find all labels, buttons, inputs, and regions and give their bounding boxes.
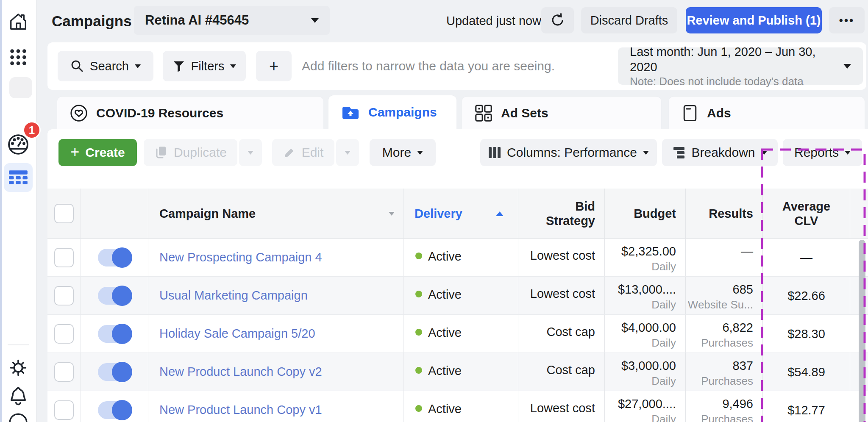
apps-grid-icon[interactable]: [0, 47, 36, 67]
refresh-button[interactable]: [541, 7, 574, 33]
account-selector[interactable]: Retina AI #45645: [134, 6, 330, 35]
chevron-down-icon: [761, 151, 767, 155]
chevron-down-icon: [643, 151, 649, 155]
sort-ascending-icon: [496, 211, 504, 216]
chevron-down-icon: [311, 18, 319, 23]
results-cell: 9,496 Purchases: [685, 391, 762, 422]
notifications-bell-icon[interactable]: [0, 385, 36, 407]
help-icon[interactable]: [0, 412, 36, 422]
campaign-name-link[interactable]: New Product Launch Copy v2: [159, 365, 403, 379]
tab-ads[interactable]: Ads: [669, 97, 865, 129]
campaigns-table-icon-active[interactable]: [4, 163, 33, 192]
budget-value: $13,000....: [605, 282, 685, 297]
reports-dropdown-button[interactable]: Reports: [783, 139, 862, 166]
more-label: More: [382, 145, 411, 160]
row-select-checkbox[interactable]: [54, 362, 74, 382]
date-range-selector[interactable]: Last month: Jun 1, 2020 – Jun 30, 2020 N…: [618, 47, 863, 85]
toggle-knob: [112, 247, 132, 268]
tab-campaigns[interactable]: Campaigns: [328, 95, 456, 129]
breakdown-dropdown-button[interactable]: Breakdown: [662, 139, 778, 166]
budget-value: $2,325.00: [605, 244, 685, 259]
adsets-grid-icon: [474, 103, 493, 123]
delivery-status-text: Active: [428, 363, 462, 378]
bid-strategy-value: Cost cap: [518, 324, 604, 339]
row-select-checkbox[interactable]: [54, 324, 74, 344]
campaign-name-link[interactable]: Usual Marketing Campaign: [159, 289, 403, 303]
review-and-publish-button[interactable]: Review and Publish (1): [686, 7, 822, 33]
column-header-campaign-name[interactable]: Campaign Name: [148, 189, 403, 239]
more-options-button[interactable]: •••: [829, 7, 865, 33]
tab-ad-sets[interactable]: Ad Sets: [462, 97, 661, 129]
budget-period: Daily: [605, 298, 685, 311]
bid-strategy-value: Lowest cost: [518, 286, 604, 301]
chevron-down-icon: [417, 151, 423, 155]
ad-page-icon: [681, 104, 699, 122]
average-clv-value: —: [800, 250, 812, 265]
duplicate-button[interactable]: Duplicate: [144, 139, 237, 166]
campaign-name-link[interactable]: New Prospecting Campaign 4: [159, 250, 403, 264]
average-clv-value: $28.30: [787, 326, 825, 341]
row-select-checkbox[interactable]: [54, 248, 74, 267]
delivery-status-text: Active: [428, 325, 462, 340]
active-status-dot: [415, 329, 422, 336]
budget-value: $3,000.00: [605, 358, 685, 373]
budget-value: $4,000.00: [605, 320, 685, 335]
account-name: Retina AI #45645: [145, 13, 249, 28]
bid-strategy-value: Cost cap: [518, 362, 604, 378]
column-label: Bid Strategy: [542, 199, 595, 228]
campaign-name-link[interactable]: Holiday Sale Campaign 5/20: [159, 327, 403, 341]
more-actions-button[interactable]: More: [370, 139, 436, 166]
add-filter-button[interactable]: +: [256, 51, 292, 81]
faded-menu-icon[interactable]: [9, 77, 32, 98]
campaign-active-toggle[interactable]: [98, 401, 131, 419]
results-cell: —: [685, 239, 762, 276]
column-header-delivery[interactable]: Delivery: [403, 189, 518, 239]
select-all-checkbox[interactable]: [47, 189, 81, 239]
columns-icon: [488, 146, 501, 159]
results-cell: 6,822 Purchases: [685, 315, 762, 353]
columns-dropdown-button[interactable]: Columns: Performance: [480, 139, 657, 166]
results-cell: 685 Website Su...: [685, 277, 762, 314]
delivery-status-text: Active: [428, 401, 462, 416]
vertical-scrollbar-thumb[interactable]: [859, 240, 865, 422]
bid-strategy-cell: Lowest cost: [518, 391, 604, 422]
filter-search-input[interactable]: [302, 51, 598, 81]
campaign-active-toggle[interactable]: [98, 363, 131, 381]
column-header-results[interactable]: Results: [685, 189, 762, 239]
row-select-checkbox[interactable]: [54, 400, 74, 420]
toggle-knob: [112, 362, 132, 382]
chevron-down-icon: [389, 212, 395, 216]
breakdown-label: Breakdown: [691, 145, 755, 160]
filters-dropdown-button[interactable]: Filters: [163, 51, 246, 81]
column-header-bid-strategy[interactable]: Bid Strategy: [518, 189, 604, 239]
home-icon[interactable]: [0, 12, 36, 31]
results-type: Purchases: [686, 412, 762, 422]
tab-covid-resources[interactable]: COVID-19 Resources: [57, 97, 323, 129]
average-clv-value: $54.89: [787, 364, 825, 380]
settings-gear-icon[interactable]: [0, 357, 36, 379]
duplicate-icon: [154, 145, 168, 160]
edit-dropdown-button[interactable]: [336, 139, 359, 166]
chevron-down-icon: [230, 64, 236, 68]
duplicate-dropdown-button[interactable]: [239, 139, 262, 166]
campaign-name-link[interactable]: New Product Launch Copy v1: [159, 403, 403, 417]
campaign-active-toggle[interactable]: [98, 249, 131, 267]
column-header-budget[interactable]: Budget: [604, 189, 685, 239]
results-value: 685: [686, 282, 762, 297]
results-type: Purchases: [686, 374, 762, 388]
discard-drafts-button[interactable]: Discard Drafts: [581, 7, 677, 33]
edit-button[interactable]: Edit: [272, 139, 334, 166]
campaign-active-toggle[interactable]: [98, 287, 131, 305]
campaign-active-toggle[interactable]: [98, 325, 131, 343]
column-header-average-clv[interactable]: Average CLV: [762, 189, 850, 239]
reports-label: Reports: [794, 145, 839, 160]
row-select-checkbox[interactable]: [54, 286, 74, 305]
create-campaign-button[interactable]: + Create: [58, 139, 137, 166]
search-label: Search: [90, 59, 129, 73]
row-toggle-cell: [81, 277, 148, 314]
bid-strategy-value: Lowest cost: [518, 248, 604, 263]
plus-icon: +: [70, 143, 79, 161]
search-dropdown-button[interactable]: Search: [58, 51, 153, 81]
row-toggle-cell: [81, 315, 148, 353]
average-clv-cell: $28.30: [762, 315, 850, 353]
